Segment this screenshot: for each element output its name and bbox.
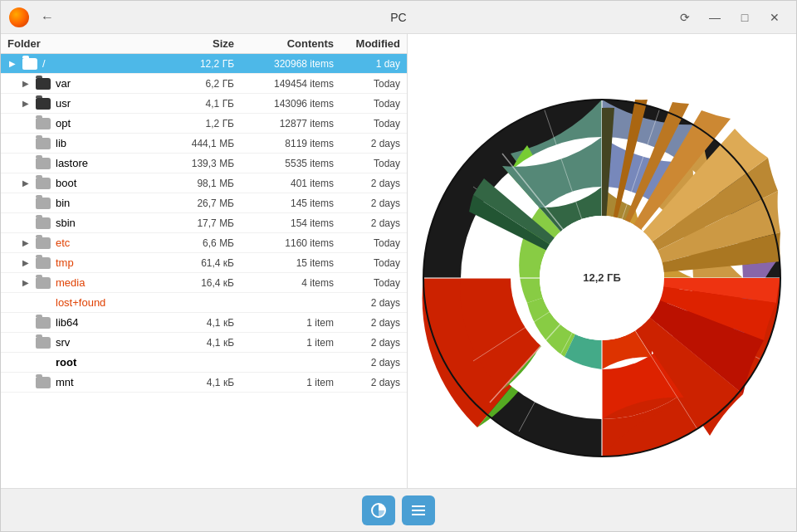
file-modified: Today [334, 158, 400, 169]
folder-icon [36, 118, 51, 129]
file-list: ▶ / 12,2 ГБ 320968 items 1 day ▶ var [1, 54, 407, 488]
file-name: root [56, 356, 76, 368]
file-name: bin [56, 197, 70, 209]
file-name: media [56, 276, 85, 289]
file-contents: 401 items [234, 178, 334, 189]
file-contents: 1 item [234, 317, 334, 329]
title-bar-controls: ⟳ — □ ✕ [672, 6, 788, 29]
file-modified: 2 days [334, 198, 400, 209]
expand-arrow [21, 119, 31, 129]
table-row[interactable]: ▶ var 6,2 ГБ 149454 items Today [1, 74, 407, 94]
sunburst-chart: 12,2 ГБ [419, 46, 785, 477]
expand-arrow: ▶ [21, 178, 31, 188]
file-size: 4,1 кБ [151, 377, 234, 388]
file-modified: 2 days [334, 297, 400, 309]
file-name: lost+found [56, 296, 105, 309]
file-name: srv [56, 336, 70, 349]
table-row[interactable]: ▶ / 12,2 ГБ 320968 items 1 day [1, 54, 407, 74]
modified-col-header: Modified [334, 37, 400, 50]
file-modified: 2 days [334, 357, 400, 368]
folder-icon [36, 198, 51, 209]
file-contents: 12877 items [234, 118, 334, 129]
svg-rect-21 [412, 510, 425, 511]
folder-icon [36, 277, 51, 289]
file-modified: 2 days [334, 138, 400, 149]
file-name: opt [56, 117, 71, 129]
file-modified: Today [334, 118, 400, 129]
expand-arrow [21, 218, 31, 228]
file-size: 4,1 ГБ [151, 98, 234, 110]
table-row[interactable]: ▶ etc 6,6 МБ 1160 items Today [1, 233, 407, 253]
title-bar: ← PC ⟳ — □ ✕ [1, 1, 796, 34]
table-row[interactable]: ▶ tmp 61,4 кБ 15 items Today [1, 253, 407, 273]
table-row[interactable]: lib64 4,1 кБ 1 item 2 days [1, 313, 407, 333]
folder-icon [36, 98, 51, 110]
main-window: ← PC ⟳ — □ ✕ Folder Size Contents Modifi… [0, 0, 797, 532]
file-modified: 2 days [334, 178, 400, 189]
file-contents: 15 items [234, 257, 334, 269]
file-contents: 154 items [234, 217, 334, 229]
file-size: 6,2 ГБ [151, 78, 234, 90]
table-row[interactable]: root 2 days [1, 353, 407, 373]
chart-panel: 12,2 ГБ [408, 34, 796, 488]
folder-icon [36, 237, 51, 249]
table-row[interactable]: ▶ media 16,4 кБ 4 items Today [1, 273, 407, 293]
file-size: 4,1 кБ [151, 317, 234, 329]
file-contents: 320968 items [234, 58, 334, 70]
maximize-button[interactable]: □ [731, 6, 758, 29]
file-modified: 2 days [334, 337, 400, 349]
file-contents: 1 item [234, 377, 334, 388]
minimize-button[interactable]: — [702, 6, 728, 29]
refresh-button[interactable]: ⟳ [672, 6, 698, 29]
file-size: 26,7 МБ [151, 198, 234, 209]
window-title: PC [390, 11, 406, 24]
folder-icon [36, 178, 51, 189]
table-row[interactable]: mnt 4,1 кБ 1 item 2 days [1, 373, 407, 393]
bottom-bar [1, 488, 796, 531]
table-row[interactable]: lib 444,1 МБ 8119 items 2 days [1, 134, 407, 154]
chart-icon [370, 502, 387, 519]
table-row[interactable]: ▶ boot 98,1 МБ 401 items 2 days [1, 173, 407, 193]
expand-arrow [21, 318, 31, 328]
file-name: lib64 [56, 316, 78, 329]
table-row[interactable]: opt 1,2 ГБ 12877 items Today [1, 114, 407, 134]
table-row[interactable]: srv 4,1 кБ 1 item 2 days [1, 333, 407, 353]
title-bar-left: ← [9, 6, 59, 29]
file-contents: 145 items [234, 198, 334, 209]
table-row[interactable]: lost+found 2 days [1, 293, 407, 313]
expand-arrow: ▶ [21, 278, 31, 288]
file-list-header: Folder Size Contents Modified [1, 34, 407, 54]
file-modified: 1 day [334, 58, 400, 70]
file-modified: Today [334, 257, 400, 269]
file-contents: 1160 items [234, 237, 334, 249]
folder-icon [36, 257, 51, 269]
expand-arrow: ▶ [21, 99, 31, 109]
file-name: usr [56, 97, 71, 110]
size-col-header: Size [151, 37, 234, 50]
table-row[interactable]: bin 26,7 МБ 145 items 2 days [1, 193, 407, 213]
file-contents: 4 items [234, 277, 334, 289]
file-name: etc [56, 237, 70, 249]
file-name: sbin [56, 217, 76, 229]
table-row[interactable]: ▶ usr 4,1 ГБ 143096 items Today [1, 94, 407, 114]
folder-icon [22, 58, 37, 70]
file-modified: Today [334, 277, 400, 289]
list-view-button[interactable] [402, 495, 435, 525]
expand-arrow [21, 298, 31, 308]
folder-icon [36, 78, 51, 90]
expand-arrow [21, 378, 31, 388]
content-area: Folder Size Contents Modified ▶ / 12,2 Г… [1, 34, 796, 488]
close-button[interactable]: ✕ [761, 6, 788, 29]
back-button[interactable]: ← [36, 6, 59, 29]
folder-icon [36, 158, 51, 169]
file-size: 61,4 кБ [151, 257, 234, 269]
file-modified: Today [334, 78, 400, 90]
file-panel: Folder Size Contents Modified ▶ / 12,2 Г… [1, 34, 408, 488]
table-row[interactable]: sbin 17,7 МБ 154 items 2 days [1, 213, 407, 233]
list-icon [410, 502, 427, 519]
expand-arrow: ▶ [21, 238, 31, 248]
table-row[interactable]: lastore 139,3 МБ 5535 items Today [1, 154, 407, 173]
file-contents: 149454 items [234, 78, 334, 90]
chart-view-button[interactable] [362, 495, 395, 525]
file-size: 98,1 МБ [151, 178, 234, 189]
